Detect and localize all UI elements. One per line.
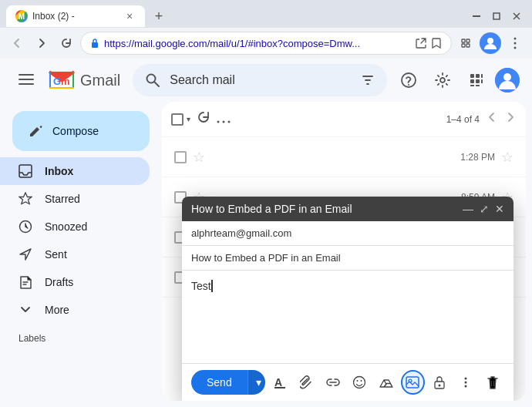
window-minimize[interactable]: [467, 7, 486, 25]
sidebar-item-label-inbox: Inbox: [45, 165, 137, 177]
url-text: https://mail.google.com/mail/u/1/#inbox?…: [104, 38, 411, 49]
insert-link-button[interactable]: [322, 370, 345, 395]
reload-button[interactable]: [56, 32, 77, 54]
send-dropdown-arrow[interactable]: ▾: [247, 370, 265, 395]
compose-subject-field[interactable]: How to Embed a PDF in an Email: [182, 246, 513, 271]
search-icon: [145, 72, 160, 88]
user-avatar[interactable]: [495, 68, 520, 92]
sidebar-item-inbox[interactable]: Inbox: [0, 157, 150, 185]
compose-to-field[interactable]: alphrteam@gmail.com: [182, 221, 513, 246]
help-button[interactable]: [393, 65, 424, 96]
svg-rect-13: [19, 74, 34, 76]
email-row[interactable]: ☆ 1:28 PM ☆: [162, 137, 526, 177]
apps-button[interactable]: [461, 65, 492, 96]
toolbar-more-button[interactable]: [217, 111, 231, 127]
select-all-checkbox[interactable]: ▾: [171, 113, 190, 126]
svg-text:m: m: [61, 76, 70, 87]
chevron-down-icon: [19, 303, 32, 317]
svg-rect-28: [476, 74, 480, 78]
svg-rect-29: [481, 74, 483, 78]
email-row-star[interactable]: ☆: [193, 149, 205, 166]
svg-rect-7: [462, 44, 465, 47]
more-options-button[interactable]: [454, 370, 477, 395]
labels-section-title: Labels: [0, 327, 162, 350]
search-placeholder[interactable]: Search mail: [170, 73, 352, 87]
svg-point-25: [408, 84, 409, 86]
prev-page-button[interactable]: [486, 111, 498, 127]
send-button-label[interactable]: Send: [191, 370, 247, 395]
compose-maximize-button[interactable]: ⤢: [480, 203, 489, 215]
svg-rect-19: [49, 87, 74, 89]
clock-icon: [19, 220, 32, 234]
svg-rect-4: [92, 42, 98, 48]
email-row-star-right[interactable]: ☆: [501, 149, 513, 166]
address-bar[interactable]: https://mail.google.com/mail/u/1/#inbox?…: [80, 32, 452, 55]
sidebar-item-more[interactable]: More: [0, 296, 150, 324]
svg-point-50: [438, 385, 440, 387]
svg-text:G: G: [53, 76, 61, 87]
svg-line-23: [154, 82, 159, 86]
insert-emoji-button[interactable]: [348, 370, 371, 395]
share-icon: [416, 38, 426, 49]
discard-draft-button[interactable]: [481, 370, 504, 395]
compose-button[interactable]: Compose: [12, 111, 150, 151]
svg-point-51: [465, 378, 467, 380]
compose-body: alphrteam@gmail.com How to Embed a PDF i…: [182, 221, 513, 363]
checkbox-dropdown-arrow[interactable]: ▾: [187, 115, 190, 123]
sidebar-item-snoozed[interactable]: Snoozed: [0, 213, 150, 240]
forward-button[interactable]: [31, 32, 52, 54]
svg-point-12: [514, 47, 517, 49]
compose-body-textarea[interactable]: Test​: [182, 271, 513, 363]
svg-rect-32: [481, 79, 483, 83]
star-icon: [19, 192, 32, 206]
sidebar-item-label-drafts: Drafts: [45, 276, 137, 288]
new-tab-button[interactable]: +: [148, 5, 170, 27]
bookmark-icon: [431, 38, 442, 49]
email-row-time: 1:28 PM: [460, 152, 495, 163]
svg-point-39: [217, 121, 220, 123]
compose-minimize-button[interactable]: —: [463, 203, 473, 215]
search-bar[interactable]: Search mail: [133, 64, 387, 96]
svg-rect-14: [19, 79, 34, 80]
compose-close-button[interactable]: ✕: [495, 203, 504, 215]
insert-photo-button[interactable]: [401, 370, 425, 395]
sidebar-item-sent[interactable]: Sent: [0, 240, 150, 268]
window-maximize[interactable]: [487, 7, 506, 25]
svg-rect-33: [470, 85, 474, 86]
back-button[interactable]: [6, 32, 28, 54]
attach-file-button[interactable]: [295, 370, 318, 395]
hamburger-menu[interactable]: [12, 66, 40, 95]
pagination-text: 1–4 of 4: [446, 114, 480, 125]
svg-rect-27: [470, 74, 474, 78]
puzzle-icon: [460, 37, 472, 49]
profile-button[interactable]: [480, 32, 501, 54]
next-page-button[interactable]: [504, 111, 517, 127]
browser-menu-button[interactable]: [504, 32, 526, 54]
tab-bar: M Inbox (2) - × +: [0, 0, 532, 28]
refresh-button[interactable]: [197, 110, 210, 128]
settings-button[interactable]: [427, 65, 458, 96]
active-tab[interactable]: M Inbox (2) - ×: [6, 5, 145, 27]
svg-rect-0: [473, 15, 480, 17]
tab-title: Inbox (2) -: [32, 11, 119, 22]
sidebar-item-drafts[interactable]: Drafts: [0, 268, 150, 296]
inbox-icon: [19, 164, 32, 178]
svg-point-26: [440, 78, 445, 82]
search-filter-icon[interactable]: [361, 73, 375, 87]
compose-body-text: Test: [191, 280, 211, 292]
sent-icon: [19, 247, 32, 261]
compose-footer: Send ▾ A: [182, 363, 513, 401]
sidebar-item-starred[interactable]: Starred: [0, 185, 150, 213]
window-close[interactable]: [507, 7, 526, 25]
email-row-checkbox[interactable]: [174, 151, 187, 163]
svg-point-10: [514, 38, 517, 40]
svg-rect-18: [72, 72, 74, 89]
extensions-button[interactable]: [455, 32, 476, 54]
tab-close-button[interactable]: ×: [123, 10, 136, 22]
insert-drive-button[interactable]: [375, 370, 398, 395]
email-toolbar: ▾ 1–4 of 4: [162, 102, 526, 137]
toggle-confidential-button[interactable]: [428, 370, 451, 395]
svg-rect-30: [470, 79, 474, 83]
send-button[interactable]: Send ▾: [191, 370, 265, 395]
format-text-button[interactable]: A: [268, 370, 291, 395]
